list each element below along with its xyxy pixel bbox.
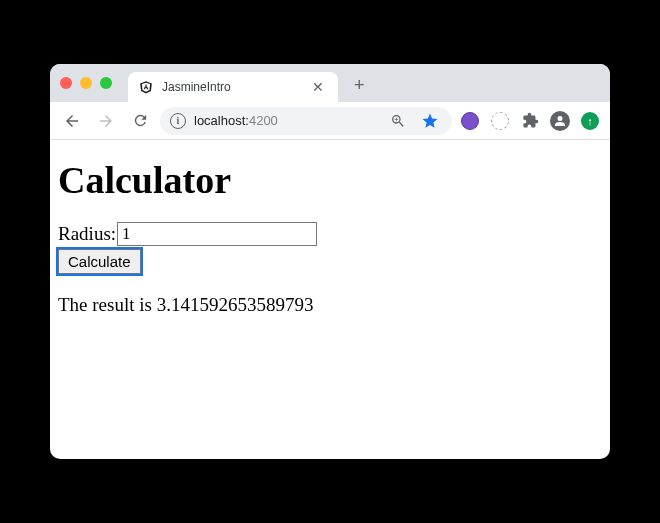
new-tab-button[interactable]: + (346, 75, 373, 96)
browser-tab[interactable]: JasmineIntro ✕ (128, 72, 338, 102)
page-heading: Calculator (58, 158, 602, 202)
window-controls (60, 77, 112, 89)
tab-close-icon[interactable]: ✕ (308, 79, 328, 95)
browser-window: JasmineIntro ✕ + i localhost:4200 (50, 64, 610, 459)
profile-avatar-icon[interactable] (548, 109, 572, 133)
bookmark-star-icon[interactable] (418, 109, 442, 133)
zoom-icon[interactable] (386, 109, 410, 133)
page-content: Calculator Radius: Calculate The result … (50, 140, 610, 459)
extension-green-icon[interactable]: ↑ (578, 109, 602, 133)
minimize-window-button[interactable] (80, 77, 92, 89)
radius-field-row: Radius: (58, 222, 602, 246)
result-value: 3.141592653589793 (157, 294, 314, 315)
address-bar[interactable]: i localhost:4200 (160, 107, 452, 135)
radius-input[interactable] (117, 222, 317, 246)
site-info-icon[interactable]: i (170, 113, 186, 129)
titlebar: JasmineIntro ✕ + (50, 64, 610, 102)
calculate-button[interactable]: Calculate (58, 249, 141, 274)
forward-button[interactable] (92, 107, 120, 135)
radius-label: Radius: (58, 223, 116, 245)
back-button[interactable] (58, 107, 86, 135)
result-text: The result is 3.141592653589793 (58, 294, 602, 316)
tab-title: JasmineIntro (162, 80, 300, 94)
extension-purple-icon[interactable] (458, 109, 482, 133)
browser-toolbar: i localhost:4200 ↑ (50, 102, 610, 140)
close-window-button[interactable] (60, 77, 72, 89)
maximize-window-button[interactable] (100, 77, 112, 89)
extension-dotted-icon[interactable] (488, 109, 512, 133)
extensions-puzzle-icon[interactable] (518, 109, 542, 133)
url-text: localhost:4200 (194, 113, 378, 128)
angular-favicon (138, 79, 154, 95)
reload-button[interactable] (126, 107, 154, 135)
